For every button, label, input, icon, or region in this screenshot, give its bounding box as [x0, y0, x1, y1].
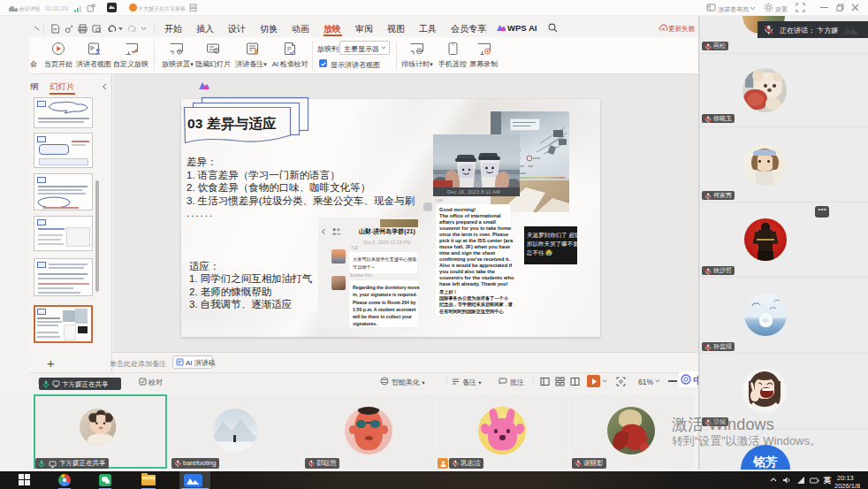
svg-text:P: P: [287, 46, 292, 52]
